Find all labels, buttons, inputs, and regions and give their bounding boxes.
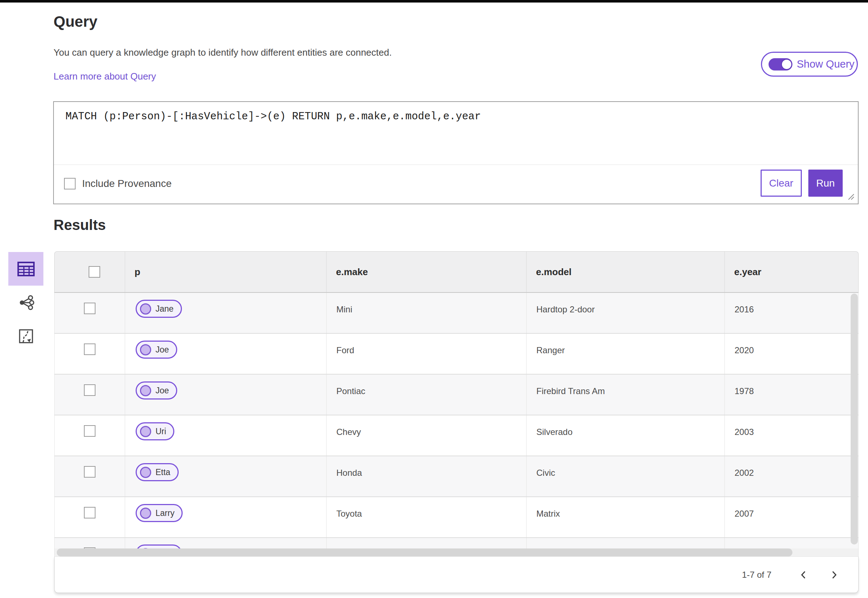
toggle-knob bbox=[781, 59, 792, 70]
query-controls-row: Include Provenance Clear Run bbox=[54, 165, 858, 203]
cell-make: Honda bbox=[326, 456, 527, 496]
table-footer: 1-7 of 7 bbox=[54, 556, 859, 593]
entity-chip[interactable]: Uri bbox=[136, 422, 174, 440]
show-query-label: Show Query bbox=[797, 58, 855, 70]
link-chart-view-icon bbox=[16, 293, 36, 312]
entity-node-icon bbox=[140, 426, 151, 437]
cell-model: Ranger bbox=[527, 334, 725, 374]
include-provenance-checkbox[interactable] bbox=[64, 178, 76, 190]
entity-chip-label: Joe bbox=[156, 345, 169, 355]
run-button[interactable]: Run bbox=[808, 170, 843, 197]
results-table: p e.make e.model e.year Jane Mini Hardto… bbox=[54, 251, 859, 593]
query-page: Query You can query a knowledge graph to… bbox=[0, 0, 868, 598]
entity-chip[interactable]: Joe bbox=[136, 381, 177, 399]
entity-chip[interactable]: Joe bbox=[136, 341, 177, 359]
cell-model: Civic bbox=[527, 456, 725, 496]
include-provenance-label: Include Provenance bbox=[82, 178, 172, 190]
entity-node-icon bbox=[140, 303, 151, 314]
entity-chip[interactable]: Jane bbox=[136, 300, 182, 318]
map-view-button[interactable] bbox=[8, 319, 43, 353]
horizontal-scrollbar[interactable] bbox=[54, 549, 859, 556]
cell-make: Chevy bbox=[326, 416, 527, 456]
cell-make: Ford bbox=[326, 334, 527, 374]
column-header-p[interactable]: p bbox=[125, 252, 326, 292]
chevron-left-icon bbox=[798, 569, 810, 581]
page-title: Query bbox=[54, 13, 97, 30]
row-checkbox[interactable] bbox=[84, 425, 96, 437]
cell-make: Pontiac bbox=[326, 375, 527, 415]
table-row: Joe Ford Ranger 2020 bbox=[54, 334, 859, 375]
cell-make: Toyota bbox=[326, 497, 527, 537]
chevron-right-icon bbox=[828, 569, 840, 581]
results-view-switcher bbox=[8, 252, 43, 353]
select-all-checkbox[interactable] bbox=[88, 266, 100, 278]
table-row: Uri Chevy Silverado 2003 bbox=[54, 416, 859, 456]
entity-chip-label: Larry bbox=[156, 508, 174, 518]
show-query-toggle[interactable]: Show Query bbox=[761, 52, 858, 77]
column-header-model[interactable]: e.model bbox=[527, 252, 725, 292]
entity-node-icon bbox=[140, 385, 151, 396]
vertical-scrollbar-thumb[interactable] bbox=[851, 294, 858, 544]
entity-node-icon bbox=[140, 344, 151, 356]
map-view-icon bbox=[17, 327, 35, 345]
horizontal-scrollbar-thumb[interactable] bbox=[57, 549, 792, 556]
entity-chip[interactable]: Larry bbox=[136, 504, 183, 522]
cell-model: Hardtop 2-door bbox=[527, 293, 725, 333]
entity-node-icon bbox=[140, 508, 151, 519]
table-row: Etta Honda Civic 2002 bbox=[54, 456, 859, 497]
link-chart-view-button[interactable] bbox=[8, 286, 43, 319]
row-checkbox[interactable] bbox=[84, 384, 96, 396]
cell-year: 2007 bbox=[725, 497, 858, 537]
entity-chip-label: Joe bbox=[156, 386, 169, 396]
table-row: Larry Toyota Matrix 2007 bbox=[54, 497, 859, 538]
cell-year: 2003 bbox=[725, 416, 858, 456]
table-view-button[interactable] bbox=[8, 252, 43, 286]
entity-chip-label: Etta bbox=[156, 468, 171, 477]
entity-node-icon bbox=[140, 467, 151, 478]
table-row: Joe Pontiac Firebird Trans Am 1978 bbox=[54, 375, 859, 416]
column-header-year[interactable]: e.year bbox=[725, 252, 858, 292]
toggle-switch-icon[interactable] bbox=[769, 58, 792, 70]
include-provenance-control[interactable]: Include Provenance bbox=[64, 178, 172, 190]
results-title: Results bbox=[54, 217, 106, 233]
cell-make: Mini bbox=[326, 293, 527, 333]
clear-button[interactable]: Clear bbox=[760, 170, 802, 197]
cell-model: Matrix bbox=[527, 497, 725, 537]
query-editor-panel: MATCH (p:Person)-[:HasVehicle]->(e) RETU… bbox=[53, 101, 859, 204]
learn-more-link[interactable]: Learn more about Query bbox=[54, 71, 156, 82]
cell-year: 1978 bbox=[725, 375, 858, 415]
cell-year: 2002 bbox=[725, 456, 858, 496]
column-header-make[interactable]: e.make bbox=[326, 252, 527, 292]
cell-model: Firebird Trans Am bbox=[527, 375, 725, 415]
row-checkbox[interactable] bbox=[84, 466, 96, 478]
window-top-edge bbox=[0, 0, 868, 3]
previous-page-button[interactable] bbox=[795, 567, 812, 583]
row-checkbox[interactable] bbox=[84, 303, 96, 314]
entity-chip[interactable] bbox=[136, 544, 182, 549]
cell-model: Silverado bbox=[527, 416, 725, 456]
entity-chip[interactable]: Etta bbox=[136, 463, 179, 481]
table-header-row: p e.make e.model e.year bbox=[54, 251, 859, 293]
pagination-range: 1-7 of 7 bbox=[742, 570, 771, 580]
cell-year: 2020 bbox=[725, 334, 858, 374]
table-view-icon bbox=[15, 259, 36, 280]
row-checkbox[interactable] bbox=[84, 344, 96, 355]
entity-chip-label: Uri bbox=[156, 427, 166, 437]
next-page-button[interactable] bbox=[826, 567, 842, 583]
entity-chip-label: Jane bbox=[156, 304, 174, 314]
table-row-partial bbox=[54, 538, 859, 549]
row-checkbox[interactable] bbox=[84, 507, 96, 519]
cell-year: 2016 bbox=[725, 293, 858, 333]
table-row: Jane Mini Hardtop 2-door 2016 bbox=[54, 293, 859, 334]
query-input[interactable]: MATCH (p:Person)-[:HasVehicle]->(e) RETU… bbox=[54, 102, 858, 165]
query-description: You can query a knowledge graph to ident… bbox=[54, 47, 392, 58]
